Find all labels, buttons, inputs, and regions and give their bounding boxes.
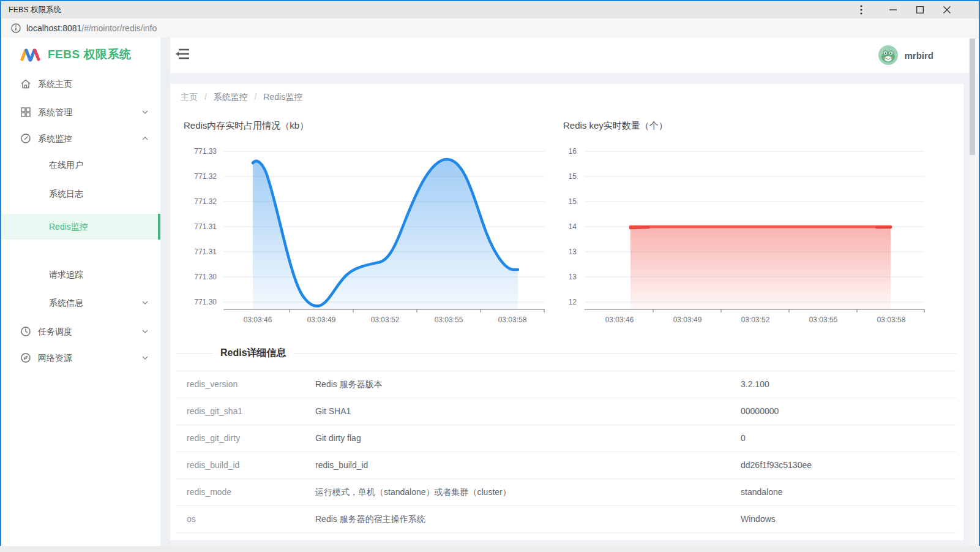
detail-description: Redis 服务器的宿主操作系统: [315, 506, 425, 532]
browser-window: FEBS 权限系统: [0, 0, 980, 548]
app-logo-text: FEBS 权限系统: [48, 47, 131, 62]
svg-text:14: 14: [569, 222, 577, 231]
content-card: 主页 / 系统监控 / Redis监控 Redis内存实时占用情况（kb） Re…: [170, 84, 963, 540]
sidebar-item-home[interactable]: 系统主页: [1, 70, 160, 97]
svg-text:03:03:58: 03:03:58: [877, 316, 906, 324]
sidebar-item-label: 任务调度: [38, 318, 72, 345]
gauge-icon: [20, 133, 31, 144]
febs-logo-icon: [20, 48, 43, 62]
svg-text:03:03:46: 03:03:46: [244, 316, 272, 324]
kebab-menu-icon: [860, 5, 862, 15]
detail-key: redis_mode: [187, 479, 231, 505]
sidebar-item-label: 系统监控: [38, 125, 72, 152]
window-titlebar: FEBS 权限系统: [1, 1, 979, 18]
chevron-down-icon: [142, 110, 148, 114]
detail-description: Redis 服务器版本: [315, 371, 383, 398]
memory-chart-title: Redis内存实时占用情况（kb）: [184, 120, 309, 132]
sidebar-item-task-schedule[interactable]: 任务调度: [1, 318, 160, 345]
window-menu-button[interactable]: [849, 1, 873, 18]
breadcrumb-separator: /: [255, 92, 257, 102]
compass-icon: [20, 352, 31, 363]
keys-area: [630, 227, 891, 309]
redis-detail-table: redis_version Redis 服务器版本 3.2.100 redis_…: [176, 371, 956, 533]
window-frame-edge: [0, 546, 980, 552]
window-close-button[interactable]: [935, 1, 959, 18]
detail-key: redis_git_dirty: [187, 425, 240, 452]
sidebar-item-request-trace[interactable]: 请求追踪: [1, 261, 160, 288]
svg-text:03:03:49: 03:03:49: [307, 316, 336, 324]
section-divider: Redis详细信息: [176, 353, 956, 354]
detail-value: 0: [741, 425, 746, 452]
page-info-icon[interactable]: [11, 23, 21, 33]
sidebar-item-label: 请求追踪: [49, 261, 83, 288]
address-bar[interactable]: localhost:8081/#/mointor/redis/info: [1, 18, 979, 38]
sidebar: FEBS 权限系统 系统主页: [1, 37, 160, 546]
svg-text:15: 15: [569, 172, 577, 181]
sidebar-item-system-management[interactable]: 系统管理: [1, 99, 160, 126]
app-logo: FEBS 权限系统: [1, 37, 160, 73]
content-scrollbar-thumb[interactable]: [970, 39, 975, 155]
detail-value: standalone: [741, 479, 783, 505]
detail-description: Git SHA1: [315, 398, 351, 425]
window-title: FEBS 权限系统: [9, 1, 61, 18]
sidebar-item-label: 系统日志: [49, 180, 83, 207]
sidebar-scrollbar-track[interactable]: [160, 37, 170, 546]
home-icon: [20, 78, 31, 89]
sidebar-item-redis-monitor[interactable]: Redis监控: [1, 214, 160, 240]
breadcrumb-separator: /: [204, 92, 207, 102]
minimize-icon: [889, 6, 897, 13]
chevron-down-icon: [142, 301, 148, 304]
sidebar-item-label: 在线用户: [49, 151, 83, 178]
y-axis-labels: 16 15 15 14 13 13 12: [569, 147, 577, 306]
breadcrumb: 主页 / 系统监控 / Redis监控: [181, 92, 302, 103]
topbar: mrbird: [170, 37, 978, 74]
detail-key: os: [187, 506, 196, 532]
table-row: redis_mode 运行模式，单机（standalone）或者集群（clust…: [176, 479, 956, 506]
sidebar-item-label: 网络资源: [38, 344, 72, 371]
sidebar-item-system-log[interactable]: 系统日志: [1, 180, 160, 207]
chevron-down-icon: [142, 330, 148, 333]
sidebar-item-system-monitor[interactable]: 系统监控: [1, 125, 160, 152]
chevron-down-icon: [142, 356, 148, 360]
app-root: FEBS 权限系统 系统主页: [1, 37, 978, 546]
breadcrumb-system-monitor[interactable]: 系统监控: [214, 92, 248, 102]
detail-value: dd26f1f93c5130ee: [741, 452, 812, 478]
sidebar-collapse-button[interactable]: [176, 48, 194, 62]
sidebar-item-network-resource[interactable]: 网络资源: [1, 344, 160, 371]
y-axis-labels: 771.33 771.32 771.32 771.31 771.31 771.3…: [194, 147, 217, 306]
svg-text:771.32: 771.32: [194, 197, 217, 206]
sidebar-item-system-info[interactable]: 系统信息: [1, 289, 160, 316]
window-maximize-button[interactable]: [908, 1, 932, 18]
grid-icon: [20, 107, 31, 118]
table-row: redis_build_id redis_build_id dd26f1f93c…: [176, 452, 956, 479]
x-axis: [223, 309, 545, 312]
svg-text:03:03:58: 03:03:58: [498, 316, 527, 324]
sidebar-item-label: 系统主页: [38, 70, 72, 97]
chevron-up-icon: [142, 137, 148, 140]
breadcrumb-home[interactable]: 主页: [181, 92, 198, 102]
svg-text:771.33: 771.33: [194, 147, 217, 156]
detail-key: redis_git_sha1: [187, 398, 242, 425]
detail-section-title: Redis详细信息: [213, 347, 294, 360]
sidebar-item-label: 系统管理: [38, 99, 72, 126]
detail-description: 运行模式，单机（standalone）或者集群（cluster）: [315, 479, 511, 505]
keys-line-start: [630, 227, 649, 228]
memory-area: [253, 159, 518, 309]
svg-text:771.31: 771.31: [194, 248, 217, 256]
table-row: redis_git_dirty Git dirty flag 0: [176, 425, 956, 452]
content-scrollbar-track[interactable]: [969, 37, 976, 546]
svg-text:771.32: 771.32: [194, 172, 217, 181]
window-minimize-button[interactable]: [881, 1, 905, 18]
svg-text:03:03:49: 03:03:49: [673, 316, 702, 324]
username: mrbird: [904, 50, 933, 61]
svg-text:16: 16: [569, 147, 577, 156]
svg-text:771.31: 771.31: [194, 222, 217, 231]
detail-description: redis_build_id: [315, 452, 368, 478]
avatar: [878, 45, 898, 65]
user-menu[interactable]: mrbird: [878, 45, 933, 65]
collapse-sidebar-icon: [176, 48, 189, 60]
sidebar-item-online-users[interactable]: 在线用户: [1, 151, 160, 178]
breadcrumb-redis-monitor: Redis监控: [263, 92, 302, 102]
memory-chart-canvas: 771.33 771.32 771.32 771.31 771.31 771.3…: [178, 143, 552, 327]
close-icon: [943, 6, 951, 13]
